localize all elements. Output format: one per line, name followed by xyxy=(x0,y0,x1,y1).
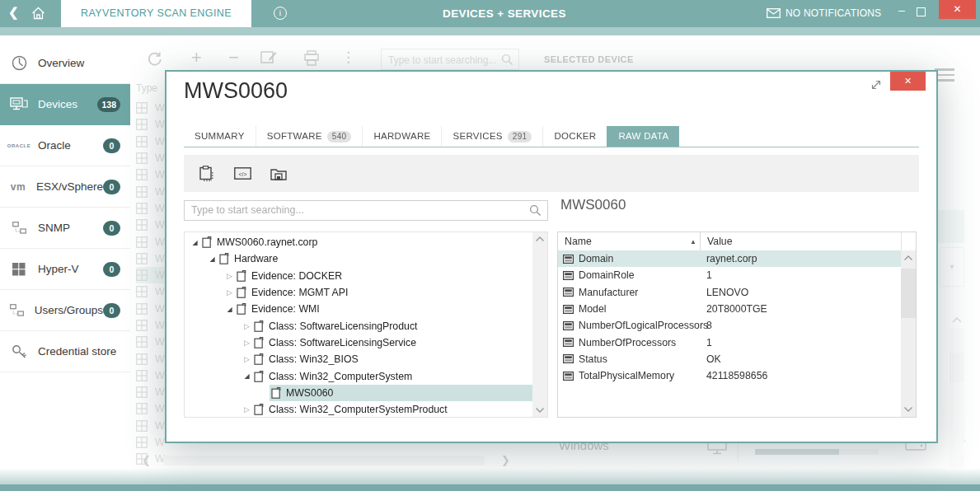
minimize-button[interactable]: – xyxy=(898,3,905,16)
sidebar-item-oracle[interactable]: ORACLEOracle0 xyxy=(0,125,130,166)
sidebar-item-overview[interactable]: Overview xyxy=(0,42,130,84)
remove-icon[interactable]: − xyxy=(228,47,239,68)
tree-node[interactable]: ▷Evidence: DOCKER xyxy=(185,268,532,284)
save-icon[interactable] xyxy=(268,163,289,185)
tab-services[interactable]: SERVICES291 xyxy=(441,126,542,147)
sidebar-item-users-groups[interactable]: Users/Groups0 xyxy=(0,290,130,331)
column-header-name[interactable]: Name ▲ xyxy=(558,236,700,247)
table-row[interactable]: Domainraynet.corp xyxy=(558,250,901,267)
scrollbar-thumb[interactable] xyxy=(163,456,485,465)
collapse-icon[interactable]: ◢ xyxy=(224,306,235,313)
property-value: OK xyxy=(700,353,901,365)
tree-node[interactable]: ◢Hardware xyxy=(185,250,532,267)
tree-node[interactable]: ◢Evidence: WMI xyxy=(185,301,532,317)
tab-hardware[interactable]: HARDWARE xyxy=(362,126,441,147)
collapse-icon[interactable]: ◢ xyxy=(207,255,218,263)
expand-icon[interactable]: ▷ xyxy=(241,322,252,330)
horizontal-scrollbar[interactable]: ❮ ❯ xyxy=(138,454,518,467)
scroll-right-icon[interactable]: ❯ xyxy=(501,454,510,466)
sidebar-item-hyper-v[interactable]: Hyper-V0 xyxy=(0,249,130,290)
tree-node[interactable]: ▷Class: SoftwareLicensingProduct xyxy=(185,317,532,334)
table-row[interactable]: TotalPhysicalMemory42118598656 xyxy=(558,367,901,384)
table-row[interactable]: StatusOK xyxy=(558,351,901,367)
refresh-icon[interactable] xyxy=(147,50,163,67)
tree-node-label: Class: Win32_ComputerSystem xyxy=(269,371,412,382)
tab-docker[interactable]: DOCKER xyxy=(542,126,607,147)
tab-count-badge: 291 xyxy=(508,131,532,143)
property-value: 1 xyxy=(700,337,901,348)
collapse-icon[interactable]: ◢ xyxy=(190,239,200,246)
expand-dialog-icon[interactable] xyxy=(870,79,882,91)
tree-node-label: MWS0060 xyxy=(286,387,333,399)
sidebar-item-snmp[interactable]: SNMP0 xyxy=(0,208,130,249)
expand-icon[interactable]: ▷ xyxy=(241,405,252,414)
dialog-title: MWS0060 xyxy=(184,78,288,104)
type-column-header[interactable]: Type xyxy=(136,82,157,94)
dropdown-button[interactable]: ▼ xyxy=(940,247,964,287)
count-badge: 0 xyxy=(103,303,120,318)
add-icon[interactable]: + xyxy=(191,47,202,68)
collapse-icon[interactable]: ◢ xyxy=(241,372,252,380)
vertical-scrollbar[interactable] xyxy=(950,328,964,468)
device-type-icon xyxy=(136,236,148,248)
device-type-icon xyxy=(136,370,148,381)
back-icon[interactable]: ❮ xyxy=(8,5,19,20)
sidebar-item-credential-store[interactable]: Credential store xyxy=(0,331,130,372)
gear-icon[interactable]: ⚙ xyxy=(234,4,246,20)
document-icon xyxy=(254,371,264,382)
tab-summary[interactable]: SUMMARY xyxy=(184,126,256,147)
tree-node[interactable]: ▷Class: Win32_BIOS xyxy=(185,351,532,367)
windows-logo-icon xyxy=(0,263,38,276)
background-search-input[interactable]: Type to start searching... xyxy=(381,49,519,70)
code-view-icon[interactable]: </> xyxy=(232,163,253,185)
sidebar-item-label: Hyper-V xyxy=(38,263,103,275)
tree-node[interactable]: ▷Class: Win32_ComputerSystemProduct xyxy=(185,401,532,418)
property-icon xyxy=(563,305,574,314)
expand-icon[interactable]: ▷ xyxy=(224,288,235,297)
device-type-icon xyxy=(136,286,148,297)
table-row[interactable]: NumberOfProcessors1 xyxy=(558,334,901,350)
property-icon xyxy=(563,338,574,347)
document-icon xyxy=(254,353,264,365)
tree-node[interactable]: ▷Class: SoftwareLicensingService xyxy=(185,334,532,351)
sidebar-item-esx-vsphere[interactable]: vmESX/vSphere0 xyxy=(0,166,130,208)
tree-node[interactable]: ◢MWS0060.raynet.corp xyxy=(185,234,532,250)
count-badge: 0 xyxy=(103,138,120,153)
tree-scrollbar[interactable] xyxy=(532,232,547,417)
table-row[interactable]: DomainRole1 xyxy=(558,267,901,283)
close-window-button[interactable]: ✕ xyxy=(939,0,976,19)
column-header-value[interactable]: Value xyxy=(700,232,901,250)
edit-icon[interactable] xyxy=(260,50,277,65)
device-type-icon xyxy=(136,269,148,281)
property-value: LENOVO xyxy=(700,287,901,298)
property-icon xyxy=(563,321,574,330)
vmware-logo-icon: vm xyxy=(0,181,36,193)
tab-software[interactable]: SOFTWARE540 xyxy=(256,126,363,147)
sidebar-item-devices[interactable]: Devices138 xyxy=(0,84,130,125)
more-dots-icon[interactable]: ⋮ xyxy=(341,49,355,66)
details-scrollbar[interactable] xyxy=(901,250,916,417)
notifications-icon[interactable] xyxy=(767,8,781,18)
paste-icon[interactable] xyxy=(195,163,217,185)
table-row[interactable]: Model20T8000TGE xyxy=(558,301,901,317)
expand-icon[interactable]: ▷ xyxy=(241,355,252,363)
home-icon[interactable] xyxy=(31,7,45,20)
tree-node[interactable]: MWS0060 xyxy=(185,385,532,401)
device-type-icon xyxy=(136,386,148,398)
details-table: Name ▲ Value Domainraynet.corpDomainRole… xyxy=(557,231,917,418)
expand-icon[interactable]: ▷ xyxy=(224,272,235,280)
tree-node[interactable]: ◢Class: Win32_ComputerSystem xyxy=(185,367,532,384)
maximize-button[interactable] xyxy=(917,7,926,16)
tree-node[interactable]: ▷Evidence: MGMT API xyxy=(185,284,532,301)
app-tab[interactable]: RAYVENTORY SCAN ENGINE xyxy=(61,0,251,27)
close-dialog-button[interactable]: ✕ xyxy=(890,72,926,91)
expand-icon[interactable]: ▷ xyxy=(241,339,252,347)
scroll-left-icon[interactable]: ❮ xyxy=(142,454,151,466)
info-icon[interactable]: i xyxy=(274,7,287,20)
print-icon[interactable] xyxy=(303,50,320,66)
tree-search-input[interactable]: Type to start searching... xyxy=(184,200,548,221)
table-row[interactable]: NumberOfLogicalProcessors8 xyxy=(558,317,901,334)
tab-raw-data[interactable]: RAW DATA xyxy=(607,126,679,147)
table-row[interactable]: ManufacturerLENOVO xyxy=(558,284,901,301)
document-icon xyxy=(237,303,246,315)
